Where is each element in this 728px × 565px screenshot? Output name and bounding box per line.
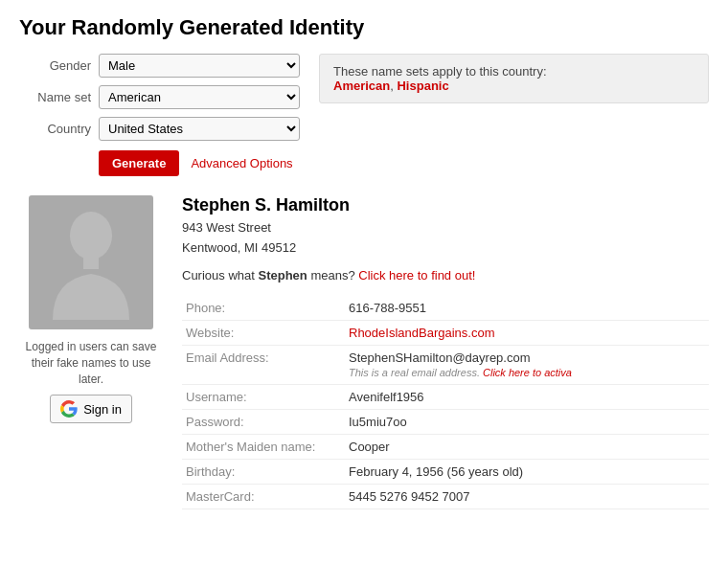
label-username: Username: [182,384,345,409]
value-birthday: February 4, 1956 (56 years old) [345,459,709,484]
nameset-row: Name set American Hispanic Chinese Japan… [19,85,300,109]
form-area: Gender Male Female Name set American His… [19,54,300,176]
country-row: Country United States United Kingdom Can… [19,117,300,141]
value-mastercard: 5445 5276 9452 7007 [345,484,709,508]
profile-section: Logged in users can save their fake name… [19,195,709,509]
svg-rect-1 [83,258,99,269]
label-website: Website: [182,320,345,345]
profile-full-name: Stephen S. Hamilton [182,195,709,215]
value-phone: 616-788-9551 [345,296,709,321]
name-meaning: Curious what Stephen means? Click here t… [182,268,709,282]
name-set-american[interactable]: American [333,79,390,93]
avatar [29,195,153,329]
name-sets-box: These name sets apply to this country: A… [319,54,709,103]
google-icon [60,400,78,418]
left-column: Logged in users can save their fake name… [19,195,163,509]
country-select[interactable]: United States United Kingdom Canada Aust… [99,117,300,141]
signin-label: Sign in [83,402,122,417]
label-email: Email Address: [182,345,345,384]
signin-button[interactable]: Sign in [50,395,132,423]
table-row: Phone: 616-788-9551 [182,296,709,321]
website-link[interactable]: RhodeIslandBargains.com [349,326,494,340]
svg-point-0 [70,212,112,260]
nameset-label: Name set [19,90,91,104]
value-email: StephenSHamilton@dayrep.com This is a re… [345,345,709,384]
avatar-silhouette [43,205,139,320]
table-row: Password: Iu5miu7oo [182,409,709,434]
name-sets-text: These name sets apply to this country: [333,64,547,79]
name-meaning-suffix: means? [307,268,355,282]
table-row: Mother's Maiden name: Cooper [182,434,709,459]
label-birthday: Birthday: [182,459,345,484]
name-set-hispanic[interactable]: Hispanic [397,79,448,93]
details-table: Phone: 616-788-9551 Website: RhodeIsland… [182,296,709,509]
table-row: MasterCard: 5445 5276 9452 7007 [182,484,709,508]
gender-row: Gender Male Female [19,54,300,78]
table-row: Birthday: February 4, 1956 (56 years old… [182,459,709,484]
label-maiden-name: Mother's Maiden name: [182,434,345,459]
name-meaning-link[interactable]: Click here to find out! [358,268,475,282]
value-password: Iu5miu7oo [345,409,709,434]
action-row: Generate Advanced Options [99,150,300,176]
profile-address: 943 West Street Kentwood, MI 49512 [182,218,709,259]
address-line1: 943 West Street [182,220,271,235]
address-line2: Kentwood, MI 49512 [182,240,296,255]
login-note: Logged in users can save their fake name… [19,339,163,387]
label-phone: Phone: [182,296,345,321]
page-title: Your Randomly Generated Identity [19,15,709,40]
gender-label: Gender [19,58,91,73]
table-row: Email Address: StephenSHamilton@dayrep.c… [182,345,709,384]
value-website: RhodeIslandBargains.com [345,320,709,345]
right-column: Stephen S. Hamilton 943 West Street Kent… [182,195,709,509]
gender-select[interactable]: Male Female [99,54,300,78]
advanced-options-link[interactable]: Advanced Options [191,156,292,170]
country-label: Country [19,122,91,136]
email-note: This is a real email address. Click here… [349,367,572,378]
email-activate-link[interactable]: Click here to activa [483,367,572,378]
generate-button[interactable]: Generate [99,150,179,176]
value-username: Avenifelf1956 [345,384,709,409]
top-section: Gender Male Female Name set American His… [19,54,709,176]
table-row: Username: Avenifelf1956 [182,384,709,409]
table-row: Website: RhodeIslandBargains.com [182,320,709,345]
name-bold: Stephen [258,268,307,282]
name-meaning-prefix: Curious what [182,268,258,282]
nameset-select[interactable]: American Hispanic Chinese Japanese Frenc… [99,85,300,109]
label-mastercard: MasterCard: [182,484,345,508]
label-password: Password: [182,409,345,434]
value-maiden-name: Cooper [345,434,709,459]
